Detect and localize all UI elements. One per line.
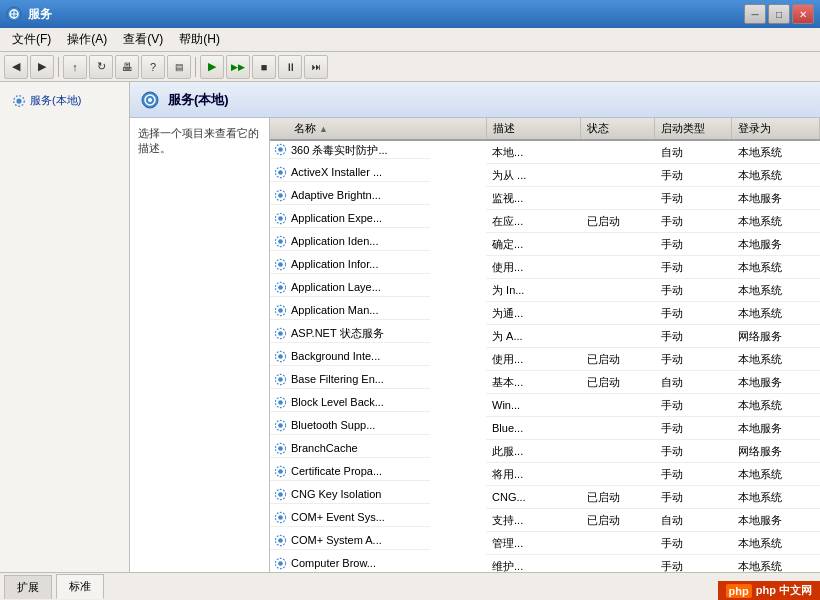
gear-icon — [274, 419, 287, 432]
table-row[interactable]: BranchCache此服...手动网络服务 — [270, 440, 820, 463]
service-name: Application Infor... — [291, 256, 378, 274]
service-name-cell: COM+ Event Sys... — [270, 509, 430, 527]
menu-action[interactable]: 操作(A) — [59, 29, 115, 50]
tab-extend[interactable]: 扩展 — [4, 575, 52, 599]
service-name: Application Laye... — [291, 279, 381, 297]
up-button[interactable]: ↑ — [63, 55, 87, 79]
play-button[interactable]: ▶ — [200, 55, 224, 79]
table-row[interactable]: COM+ System A...管理...手动本地系统 — [270, 532, 820, 555]
service-name-cell: Certificate Propa... — [270, 463, 430, 481]
help-button[interactable]: ? — [141, 55, 165, 79]
table-row[interactable]: ActiveX Installer ...为从 ...手动本地系统 — [270, 164, 820, 187]
table-row[interactable]: Application Infor...使用...手动本地系统 — [270, 256, 820, 279]
service-login: 本地系统 — [732, 256, 820, 279]
table-pane[interactable]: 名称 ▲ 描述 状态 启动类型 登录为 360 杀毒实时防护...本地...自动… — [270, 118, 820, 572]
menu-file[interactable]: 文件(F) — [4, 29, 59, 50]
service-startup: 手动 — [655, 417, 732, 440]
service-startup: 手动 — [655, 440, 732, 463]
table-row[interactable]: COM+ Event Sys...支持...已启动自动本地服务 — [270, 509, 820, 532]
print-button[interactable]: 🖶 — [115, 55, 139, 79]
close-button[interactable]: ✕ — [792, 4, 814, 24]
service-startup: 手动 — [655, 325, 732, 348]
service-login: 本地系统 — [732, 302, 820, 325]
service-startup: 手动 — [655, 486, 732, 509]
service-desc: 使用... — [486, 348, 581, 371]
window-title: 服务 — [28, 6, 52, 23]
service-login: 网络服务 — [732, 440, 820, 463]
service-name: BranchCache — [291, 440, 358, 458]
service-name: Adaptive Brightn... — [291, 187, 381, 205]
service-startup: 手动 — [655, 394, 732, 417]
service-name: Application Expe... — [291, 210, 382, 228]
table-row[interactable]: Application Man...为通...手动本地系统 — [270, 302, 820, 325]
service-status: 已启动 — [581, 486, 655, 509]
menu-view[interactable]: 查看(V) — [115, 29, 171, 50]
col-status[interactable]: 状态 — [581, 118, 655, 140]
two-pane: 选择一个项目来查看它的描述。 名称 ▲ 描述 状态 启动类型 登录为 — [130, 118, 820, 572]
toolbar-separator-1 — [58, 57, 59, 77]
table-row[interactable]: Block Level Back...Win...手动本地系统 — [270, 394, 820, 417]
pause-button[interactable]: ⏸ — [278, 55, 302, 79]
forward-button[interactable]: ▶ — [30, 55, 54, 79]
gear-icon — [274, 465, 287, 478]
service-name-cell: Bluetooth Supp... — [270, 417, 430, 435]
svg-point-41 — [278, 515, 283, 520]
sidebar-item-local-services[interactable]: 服务(本地) — [8, 90, 121, 111]
col-desc[interactable]: 描述 — [486, 118, 581, 140]
gear-icon — [274, 373, 287, 386]
service-login: 本地系统 — [732, 164, 820, 187]
back-button[interactable]: ◀ — [4, 55, 28, 79]
view-button[interactable]: ▤ — [167, 55, 191, 79]
service-desc: 在应... — [486, 210, 581, 233]
service-startup: 手动 — [655, 256, 732, 279]
service-login: 本地系统 — [732, 210, 820, 233]
svg-point-43 — [278, 538, 283, 543]
table-row[interactable]: Bluetooth Supp...Blue...手动本地服务 — [270, 417, 820, 440]
play2-button[interactable]: ▶▶ — [226, 55, 250, 79]
restart-button[interactable]: ⏭ — [304, 55, 328, 79]
table-row[interactable]: ASP.NET 状态服务为 A...手动网络服务 — [270, 325, 820, 348]
svg-point-39 — [278, 492, 283, 497]
service-login: 本地系统 — [732, 140, 820, 164]
service-name: 360 杀毒实时防护... — [291, 141, 388, 159]
table-row[interactable]: 360 杀毒实时防护...本地...自动本地系统 — [270, 140, 820, 164]
menu-help[interactable]: 帮助(H) — [171, 29, 228, 50]
gear-icon — [274, 304, 287, 317]
table-row[interactable]: Adaptive Brightn...监视...手动本地服务 — [270, 187, 820, 210]
content-header: 服务(本地) — [130, 82, 820, 118]
col-startup[interactable]: 启动类型 — [655, 118, 732, 140]
table-row[interactable]: Certificate Propa...将用...手动本地系统 — [270, 463, 820, 486]
service-startup: 手动 — [655, 302, 732, 325]
app-icon — [6, 6, 22, 22]
status-bar: 扩展 标准 php php 中文网 — [0, 572, 820, 600]
table-row[interactable]: Computer Brow...维护...手动本地系统 — [270, 555, 820, 573]
service-login: 本地服务 — [732, 371, 820, 394]
service-login: 本地系统 — [732, 486, 820, 509]
service-name-cell: Computer Brow... — [270, 555, 430, 573]
service-name-cell: COM+ System A... — [270, 532, 430, 550]
table-row[interactable]: Base Filtering En...基本...已启动自动本地服务 — [270, 371, 820, 394]
table-row[interactable]: CNG Key IsolationCNG...已启动手动本地系统 — [270, 486, 820, 509]
service-login: 本地服务 — [732, 233, 820, 256]
stop-button[interactable]: ■ — [252, 55, 276, 79]
service-desc: 监视... — [486, 187, 581, 210]
table-row[interactable]: Application Expe...在应...已启动手动本地系统 — [270, 210, 820, 233]
service-name-cell: Application Man... — [270, 302, 430, 320]
refresh-button[interactable]: ↻ — [89, 55, 113, 79]
gear-icon — [274, 189, 287, 202]
table-row[interactable]: Application Iden...确定...手动本地服务 — [270, 233, 820, 256]
restore-button[interactable]: □ — [768, 4, 790, 24]
minimize-button[interactable]: ─ — [744, 4, 766, 24]
col-name[interactable]: 名称 ▲ — [270, 118, 486, 140]
table-row[interactable]: Background Inte...使用...已启动手动本地系统 — [270, 348, 820, 371]
service-status: 已启动 — [581, 371, 655, 394]
gear-icon — [274, 534, 287, 547]
svg-point-4 — [16, 98, 21, 103]
tab-standard[interactable]: 标准 — [56, 574, 104, 599]
col-login[interactable]: 登录为 — [732, 118, 820, 140]
gear-icon — [274, 442, 287, 455]
table-row[interactable]: Application Laye...为 In...手动本地系统 — [270, 279, 820, 302]
service-desc: 为从 ... — [486, 164, 581, 187]
service-desc: Win... — [486, 394, 581, 417]
service-status — [581, 417, 655, 440]
